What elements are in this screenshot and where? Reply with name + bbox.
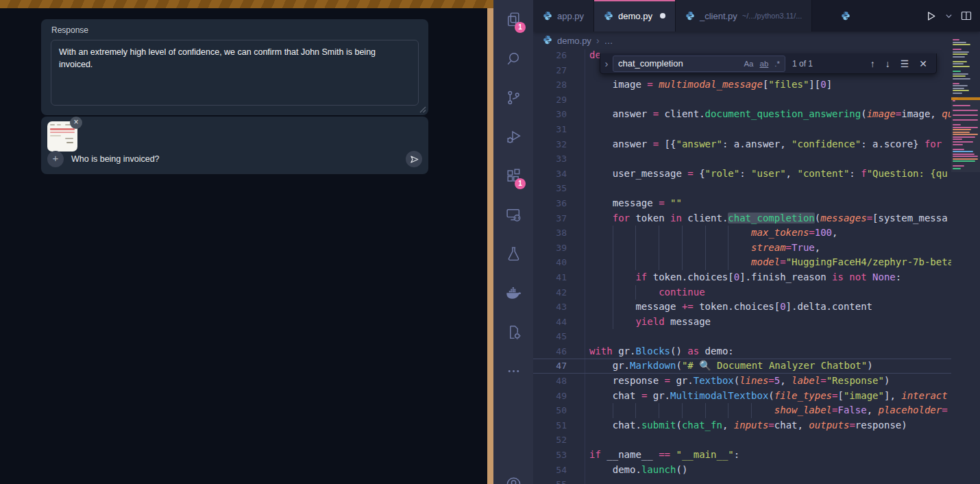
minimap[interactable]: [951, 32, 980, 484]
find-query-text[interactable]: chat_completion: [618, 58, 737, 69]
tab-_client.py[interactable]: _client.py~/.../python3.11/...: [676, 0, 812, 32]
regex-icon[interactable]: .*: [774, 60, 780, 68]
code-line-29[interactable]: 29: [533, 93, 951, 108]
activity-bar-item-testing[interactable]: [493, 234, 533, 274]
activity-bar-item-remote-explorer[interactable]: [493, 195, 533, 234]
tab-demo.py[interactable]: demo.py: [594, 0, 676, 32]
find-replace-toggle-icon[interactable]: ›: [600, 58, 613, 69]
code-line-32[interactable]: 32 answer = [{"answer": a.answer, "confi…: [533, 137, 951, 152]
code-line-54[interactable]: 54 demo.launch(): [533, 463, 951, 478]
code-line-52[interactable]: 52: [533, 433, 951, 448]
code-line-28[interactable]: 28 image = multimodal_message["files"][0…: [533, 77, 951, 93]
activity-bar-item-run-debug[interactable]: [493, 117, 533, 156]
more-icon: [505, 363, 522, 380]
line-number: 28: [533, 77, 567, 93]
code-line-34[interactable]: 34 user_message = {"role": "user", "cont…: [533, 167, 951, 182]
match-case-icon[interactable]: Aa: [744, 60, 753, 68]
attachment-close-icon[interactable]: ×: [70, 117, 82, 129]
breadcrumb[interactable]: demo.py › …: [533, 32, 951, 49]
line-number: 45: [533, 329, 567, 344]
find-next-icon[interactable]: ↓: [885, 58, 890, 69]
find-previous-icon[interactable]: ↑: [870, 58, 875, 69]
tab-description: ~/.../python3.11/...: [742, 12, 803, 20]
line-number: 52: [533, 433, 567, 448]
response-textarea[interactable]: With an extremely high level of confiden…: [51, 40, 419, 106]
code-line-55[interactable]: 55: [533, 477, 951, 484]
code-line-48[interactable]: 48 response = gr.Textbox(lines=5, label=…: [533, 374, 951, 389]
source-control-icon: [505, 89, 522, 106]
run-dropdown-chevron-icon[interactable]: [945, 12, 953, 20]
code-line-50[interactable]: 50 show_label=False, placeholder=: [533, 403, 951, 418]
find-close-icon[interactable]: ✕: [919, 58, 927, 69]
multimodal-input-panel: × + Who is being invoiced?: [41, 117, 428, 174]
breadcrumb-more[interactable]: …: [604, 36, 613, 46]
code-lines: 26de2728 image = multimodal_message["fil…: [533, 49, 951, 484]
modified-dot-icon[interactable]: [660, 13, 665, 19]
tab-overflow-python-icon: [841, 0, 850, 32]
resize-handle-icon[interactable]: [419, 106, 426, 113]
remote-explorer-icon: [505, 206, 522, 223]
line-number: 33: [533, 152, 567, 167]
line-number: 49: [533, 389, 567, 404]
code-line-47[interactable]: 47 gr.Markdown("# 🔍 Document Analyzer Ch…: [533, 359, 951, 374]
activity-bar-item-explorer[interactable]: 1: [493, 0, 533, 39]
activity-bar-item-source-control[interactable]: [493, 78, 533, 117]
find-actions: ↑ ↓ ☰ ✕: [870, 58, 936, 69]
code-line-33[interactable]: 33: [533, 152, 951, 167]
code-line-45[interactable]: 45: [533, 329, 951, 344]
code-line-42[interactable]: 42 continue: [533, 285, 951, 300]
thumb-line: [50, 124, 55, 125]
line-number: 34: [533, 167, 567, 182]
send-button[interactable]: [406, 151, 422, 167]
code-editor[interactable]: 26de2728 image = multimodal_message["fil…: [533, 49, 951, 484]
code-line-43[interactable]: 43 message += token.choices[0].delta.con…: [533, 300, 951, 315]
code-line-37[interactable]: 37 for token in client.chat_completion(m…: [533, 211, 951, 226]
activity-bar-item-more[interactable]: [493, 352, 533, 391]
line-number: 50: [533, 403, 567, 418]
activity-bar: 11: [493, 0, 533, 484]
activity-bar-item-code-runner[interactable]: [493, 313, 533, 352]
run-python-file-button[interactable]: [925, 10, 937, 22]
invoice-attachment-thumbnail[interactable]: ×: [47, 121, 77, 152]
line-number: 31: [533, 122, 567, 137]
line-number: 48: [533, 374, 567, 389]
code-line-44[interactable]: 44 yield message: [533, 315, 951, 330]
code-line-35[interactable]: 35: [533, 181, 951, 196]
thumb-red-line: [50, 132, 75, 133]
code-line-51[interactable]: 51 chat.submit(chat_fn, inputs=chat, out…: [533, 418, 951, 433]
whole-word-icon[interactable]: ab: [760, 60, 769, 68]
line-number: 36: [533, 196, 567, 211]
code-line-46[interactable]: 46with gr.Blocks() as demo:: [533, 344, 951, 359]
code-line-40[interactable]: 40 model="HuggingFaceH4/zephyr-7b-beta: [533, 255, 951, 270]
desktop-wallpaper-divider: [487, 8, 493, 484]
chat-message-input[interactable]: Who is being invoiced?: [71, 154, 160, 164]
line-number: 27: [533, 63, 567, 78]
breadcrumb-file[interactable]: demo.py: [557, 36, 591, 46]
code-line-39[interactable]: 39 stream=True,: [533, 241, 951, 256]
line-number: 55: [533, 477, 567, 484]
code-line-31[interactable]: 31: [533, 122, 951, 137]
code-line-53[interactable]: 53if __name__ == "__main__":: [533, 448, 951, 463]
find-in-selection-icon[interactable]: ☰: [901, 58, 909, 69]
thumb-red-band: [50, 128, 75, 130]
thumb-line: [66, 142, 73, 143]
activity-bar-item-extensions[interactable]: 1: [493, 156, 533, 195]
add-attachment-button[interactable]: +: [47, 151, 64, 167]
line-number: 53: [533, 448, 567, 463]
find-input[interactable]: chat_completion Aa ab .*: [613, 56, 785, 72]
code-line-41[interactable]: 41 if token.choices[0].finish_reason is …: [533, 270, 951, 285]
code-line-30[interactable]: 30 answer = client.document_question_ans…: [533, 107, 951, 122]
code-line-38[interactable]: 38 max_tokens=100,: [533, 226, 951, 241]
code-line-49[interactable]: 49 chat = gr.MultimodalTextbox(file_type…: [533, 389, 951, 404]
python-icon: [543, 35, 552, 47]
desktop-wallpaper-strip: [0, 0, 493, 8]
code-line-36[interactable]: 36 message = "": [533, 196, 951, 211]
line-number: 35: [533, 181, 567, 196]
split-editor-button[interactable]: [961, 10, 972, 21]
activity-bar-item-account[interactable]: [493, 465, 533, 484]
activity-bar-item-docker[interactable]: [493, 274, 533, 313]
line-number: 51: [533, 418, 567, 433]
activity-bar-item-search[interactable]: [493, 39, 533, 78]
tab-label: _client.py: [700, 11, 737, 21]
tab-app.py[interactable]: app.py: [533, 0, 594, 32]
